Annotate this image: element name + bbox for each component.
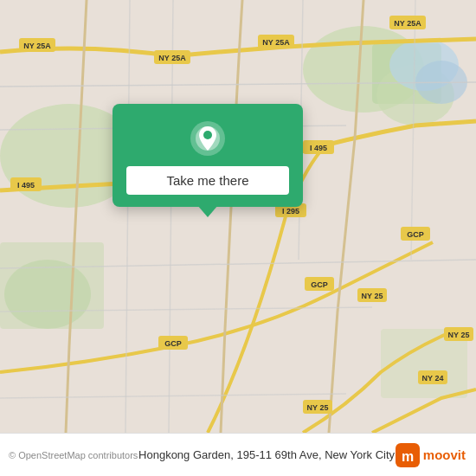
moovit-logo-icon: m bbox=[396, 443, 420, 467]
svg-text:NY 25A: NY 25A bbox=[262, 38, 290, 47]
svg-text:NY 25A: NY 25A bbox=[158, 54, 186, 62]
location-info: Hongkong Garden, 195-11 69th Ave, New Yo… bbox=[138, 448, 395, 461]
svg-text:GCP: GCP bbox=[311, 280, 328, 289]
svg-text:NY 25A: NY 25A bbox=[23, 42, 51, 50]
copyright-text: © OpenStreetMap contributors bbox=[9, 450, 138, 460]
bottom-bar: © OpenStreetMap contributors Hongkong Ga… bbox=[0, 433, 476, 476]
svg-text:I 495: I 495 bbox=[17, 181, 35, 190]
popup-arrow bbox=[197, 205, 218, 217]
svg-text:GCP: GCP bbox=[407, 230, 424, 239]
map-svg: NY 25A NY 25A NY 25A NY 25A I 495 I 495 … bbox=[0, 0, 476, 433]
svg-text:m: m bbox=[402, 449, 414, 464]
svg-text:NY 25: NY 25 bbox=[307, 403, 329, 412]
svg-text:GCP: GCP bbox=[164, 339, 182, 348]
location-popup: Take me there bbox=[113, 104, 303, 207]
moovit-label: moovit bbox=[423, 447, 466, 462]
take-me-there-button[interactable]: Take me there bbox=[126, 166, 289, 195]
svg-text:I 295: I 295 bbox=[282, 207, 299, 215]
map-container: NY 25A NY 25A NY 25A NY 25A I 495 I 495 … bbox=[0, 0, 476, 433]
svg-point-42 bbox=[203, 131, 212, 139]
svg-text:NY 25: NY 25 bbox=[448, 331, 470, 339]
svg-text:NY 25A: NY 25A bbox=[394, 19, 421, 28]
svg-text:I 495: I 495 bbox=[310, 144, 327, 152]
svg-point-6 bbox=[4, 260, 91, 329]
location-pin-icon bbox=[189, 119, 227, 158]
svg-text:NY 25: NY 25 bbox=[362, 292, 383, 300]
copyright-section: © OpenStreetMap contributors bbox=[9, 450, 138, 460]
moovit-logo: m moovit bbox=[396, 443, 466, 467]
svg-text:NY 24: NY 24 bbox=[422, 374, 444, 383]
